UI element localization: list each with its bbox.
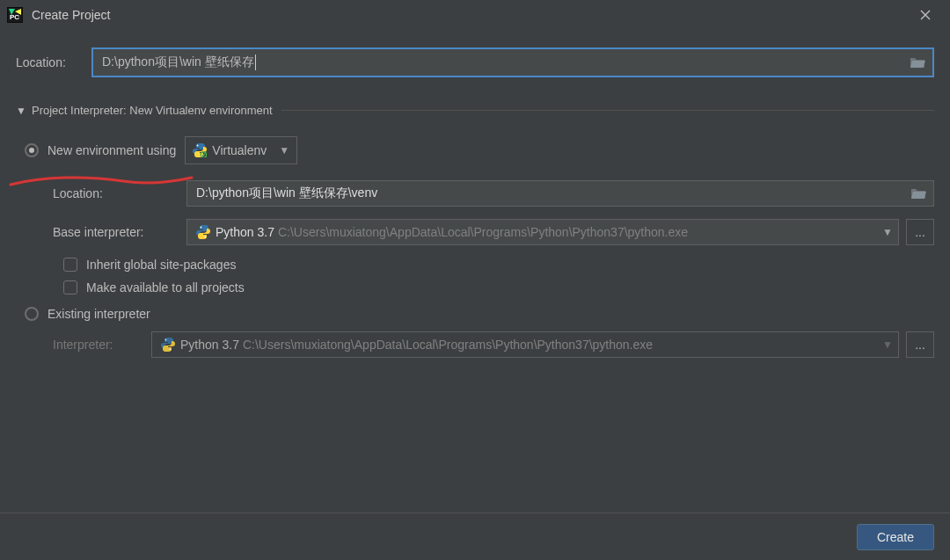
- collapse-triangle-icon: ▼: [16, 105, 28, 117]
- existing-interpreter-field-label: Interpreter:: [53, 338, 151, 352]
- environment-type-selected: Virtualenv: [212, 143, 267, 157]
- base-interpreter-path: C:\Users\muxiatong\AppData\Local\Program…: [278, 225, 688, 239]
- text-caret: [255, 55, 256, 70]
- titlebar: PC Create Project: [0, 0, 950, 30]
- make-available-label: Make available to all projects: [86, 280, 245, 295]
- venv-location-text: D:\python项目\win 壁纸保存\venv: [196, 185, 377, 201]
- base-interpreter-label: Base interpreter:: [53, 225, 186, 239]
- location-label: Location:: [16, 55, 91, 69]
- close-icon: [920, 10, 931, 20]
- project-interpreter-section[interactable]: ▼ Project Interpreter: New Virtualenv en…: [16, 104, 934, 117]
- existing-interpreter-name: Python 3.7: [180, 338, 239, 352]
- chevron-down-icon: ▼: [882, 338, 893, 351]
- python-icon: [196, 225, 210, 239]
- venv-location-field[interactable]: D:\python项目\win 壁纸保存\venv: [186, 180, 934, 207]
- existing-interpreter-dropdown: Python 3.7 C:\Users\muxiatong\AppData\Lo…: [151, 331, 899, 358]
- create-button[interactable]: Create: [857, 524, 934, 550]
- project-location-field[interactable]: D:\python项目\win 壁纸保存: [91, 47, 934, 77]
- project-location-text: D:\python项目\win 壁纸保存: [102, 55, 254, 70]
- python-icon: [161, 338, 175, 352]
- ellipsis-icon: ...: [915, 225, 925, 239]
- new-environment-radio[interactable]: [25, 143, 39, 157]
- existing-interpreter-radio[interactable]: [25, 307, 39, 321]
- svg-point-9: [205, 236, 207, 238]
- window-title: Create Project: [32, 8, 908, 22]
- python-icon: [193, 143, 207, 157]
- make-available-checkbox[interactable]: [63, 280, 77, 295]
- base-interpreter-name: Python 3.7: [216, 225, 274, 239]
- footer: Create: [0, 513, 950, 560]
- section-header-text: Project Interpreter: New Virtualenv envi…: [32, 104, 273, 117]
- existing-interpreter-path: C:\Users\muxiatong\AppData\Local\Program…: [243, 338, 653, 352]
- base-interpreter-browse-button[interactable]: ...: [906, 219, 934, 245]
- svg-point-11: [170, 349, 172, 351]
- folder-open-icon[interactable]: [910, 55, 927, 69]
- ellipsis-icon: ...: [915, 338, 925, 352]
- svg-point-8: [201, 227, 202, 229]
- existing-interpreter-browse-button[interactable]: ...: [906, 331, 934, 358]
- close-button[interactable]: [908, 0, 943, 30]
- base-interpreter-dropdown[interactable]: Python 3.7 C:\Users\muxiatong\AppData\Lo…: [186, 219, 899, 245]
- section-divider: [281, 110, 934, 111]
- venv-location-label: Location:: [53, 186, 186, 200]
- svg-point-10: [165, 339, 167, 341]
- inherit-global-label: Inherit global site-packages: [86, 258, 236, 272]
- svg-point-5: [197, 145, 199, 147]
- svg-text:PC: PC: [10, 13, 19, 21]
- existing-interpreter-label: Existing interpreter: [48, 307, 150, 321]
- chevron-down-icon: ▼: [882, 226, 893, 238]
- inherit-global-checkbox[interactable]: [63, 258, 77, 272]
- pycharm-app-icon: PC: [7, 7, 23, 23]
- new-environment-label: New environment using: [48, 143, 176, 157]
- chevron-down-icon: ▼: [279, 144, 289, 156]
- environment-type-dropdown[interactable]: Virtualenv ▼: [185, 136, 297, 164]
- folder-open-icon[interactable]: [910, 186, 928, 200]
